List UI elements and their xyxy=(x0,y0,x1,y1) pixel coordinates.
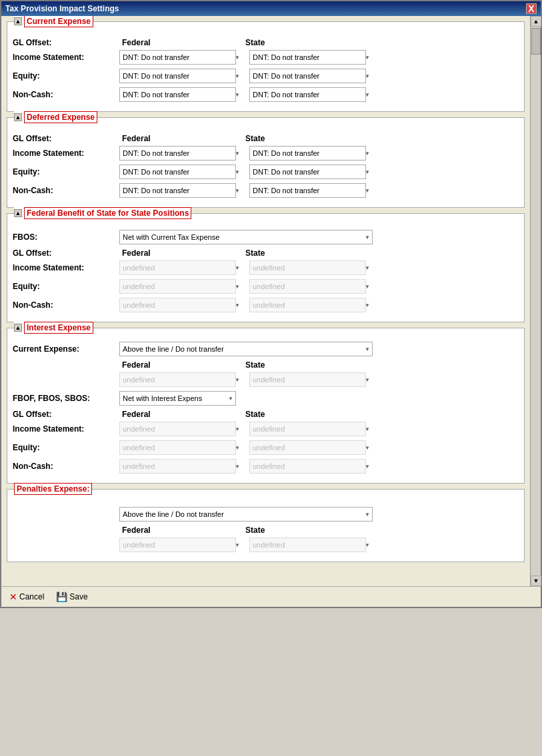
interest-expense-collapse[interactable]: ▲ xyxy=(14,324,22,332)
ie-federal-income-select[interactable]: undefined xyxy=(119,422,236,436)
title-bar: Tax Provision Impact Settings X xyxy=(1,1,541,16)
de-noncash-row: Non-Cash: DNT: Do not transfer DNT: Do n… xyxy=(13,183,519,198)
de-state-income-select[interactable]: DNT: Do not transfer xyxy=(249,146,366,161)
ie-gl-offset-label: GL Offset: xyxy=(13,410,119,419)
penalties-gl-header-row: Federal State xyxy=(13,526,519,535)
de-state-noncash-select[interactable]: DNT: Do not transfer xyxy=(249,183,366,198)
close-button[interactable]: X xyxy=(526,3,537,14)
window-title: Tax Provision Impact Settings xyxy=(5,4,119,13)
de-federal-equity-select[interactable]: DNT: Do not transfer xyxy=(119,165,236,179)
ce-state-header: State xyxy=(243,38,366,47)
ie-fbof-select[interactable]: Net with Interest Expens xyxy=(119,391,236,406)
fbos-federal-income-select[interactable]: undefined xyxy=(119,260,236,275)
penalties-federal-undef-wrapper: undefined xyxy=(119,538,243,552)
de-state-equity-select[interactable]: DNT: Do not transfer xyxy=(249,165,366,179)
ce-federal-equity-select[interactable]: DNT: Do not transfer xyxy=(119,69,236,83)
de-federal-income-select[interactable]: DNT: Do not transfer xyxy=(119,146,236,161)
scroll-down-btn[interactable]: ▼ xyxy=(531,575,541,586)
ce-state-equity-select[interactable]: DNT: Do not transfer xyxy=(249,69,366,83)
ie-federal-noncash-wrapper: undefined xyxy=(119,459,243,474)
ce-income-row: Income Statement: DNT: Do not transfer D… xyxy=(13,50,519,65)
fbos-collapse[interactable]: ▲ xyxy=(14,209,22,217)
penalties-undef-row: undefined undefined xyxy=(13,538,519,552)
penalties-state-undef-wrapper: undefined xyxy=(249,538,373,552)
de-federal-noncash-wrapper: DNT: Do not transfer xyxy=(119,183,243,198)
scroll-thumb[interactable] xyxy=(531,28,541,55)
scroll-track xyxy=(531,27,541,575)
ce-federal-noncash-wrapper: DNT: Do not transfer xyxy=(119,87,243,102)
de-gl-row: GL Offset: Federal State xyxy=(13,134,519,143)
current-expense-collapse[interactable]: ▲ xyxy=(14,17,22,25)
current-expense-gl-row: GL Offset: Federal State xyxy=(13,38,519,47)
ce-noncash-label: Non-Cash: xyxy=(13,90,119,99)
ie-current-expense-wrapper: Above the line / Do not transfer xyxy=(119,342,373,356)
de-noncash-label: Non-Cash: xyxy=(13,186,119,195)
fbos-federal-noncash-select[interactable]: undefined xyxy=(119,298,236,312)
scroll-up-btn[interactable]: ▲ xyxy=(531,16,541,27)
ie-current-expense-select[interactable]: Above the line / Do not transfer xyxy=(119,342,373,356)
de-federal-equity-wrapper: DNT: Do not transfer xyxy=(119,165,243,179)
ie-federal-undef-select[interactable]: undefined xyxy=(119,372,236,387)
ie-undef-row: undefined undefined xyxy=(13,372,519,387)
vertical-scrollbar[interactable]: ▲ ▼ xyxy=(530,16,541,586)
fbos-income-label: Income Statement: xyxy=(13,263,119,272)
ie-state-undef-select[interactable]: undefined xyxy=(249,372,366,387)
fbos-state-noncash-select[interactable]: undefined xyxy=(249,298,366,312)
ce-federal-header: Federal xyxy=(119,38,243,47)
main-window: Tax Provision Impact Settings X ▲ Curren… xyxy=(0,0,542,608)
footer: ✕ Cancel 💾 Save xyxy=(1,586,541,607)
fbos-value-row: FBOS: Net with Current Tax Expense xyxy=(13,230,519,244)
fbos-federal-noncash-wrapper: undefined xyxy=(119,298,243,312)
ie-state-equity-select[interactable]: undefined xyxy=(249,440,366,455)
ie-federal-equity-wrapper: undefined xyxy=(119,440,243,455)
fbos-income-row: Income Statement: undefined undefined xyxy=(13,260,519,275)
ie-gl-header-row: Federal State xyxy=(13,360,519,370)
fbos-title: Federal Benefit of State for State Posit… xyxy=(24,207,191,219)
ce-federal-noncash-select[interactable]: DNT: Do not transfer xyxy=(119,87,236,102)
ie-equity-label: Equity: xyxy=(13,443,119,452)
de-federal-noncash-select[interactable]: DNT: Do not transfer xyxy=(119,183,236,198)
ie-state-undef-wrapper: undefined xyxy=(249,372,373,387)
fbos-value-wrapper: Net with Current Tax Expense xyxy=(119,230,373,244)
ie-equity-row: Equity: undefined undefined xyxy=(13,440,519,455)
de-federal-header: Federal xyxy=(119,134,243,143)
fbos-state-equity-select[interactable]: undefined xyxy=(249,279,366,294)
fbos-label: FBOS: xyxy=(13,232,119,242)
ce-state-noncash-select[interactable]: DNT: Do not transfer xyxy=(249,87,366,102)
cancel-label: Cancel xyxy=(19,592,44,601)
ie-federal-income-wrapper: undefined xyxy=(119,422,243,436)
de-state-equity-wrapper: DNT: Do not transfer xyxy=(249,165,373,179)
deferred-expense-collapse[interactable]: ▲ xyxy=(14,113,22,121)
ce-federal-income-select[interactable]: DNT: Do not transfer xyxy=(119,50,236,65)
fbos-state-header: State xyxy=(243,248,366,258)
fbos-federal-equity-select[interactable]: undefined xyxy=(119,279,236,294)
fbos-value-select[interactable]: Net with Current Tax Expense xyxy=(119,230,373,244)
cancel-button[interactable]: ✕ Cancel xyxy=(7,590,47,603)
deferred-expense-title: Deferred Expense xyxy=(24,111,97,123)
ie-gl-federal-header: Federal xyxy=(119,410,243,419)
penalties-state-header: State xyxy=(243,526,366,535)
save-label: Save xyxy=(69,592,87,601)
penalties-header: Penalties Expense: xyxy=(14,483,92,495)
ce-income-label: Income Statement: xyxy=(13,53,119,62)
penalties-state-undef-select[interactable]: undefined xyxy=(249,538,366,552)
fbos-state-income-select[interactable]: undefined xyxy=(249,260,366,275)
ie-fbof-wrapper: Net with Interest Expens xyxy=(119,391,236,406)
ie-state-equity-wrapper: undefined xyxy=(249,440,373,455)
fbos-noncash-label: Non-Cash: xyxy=(13,300,119,310)
ie-federal-equity-select[interactable]: undefined xyxy=(119,440,236,455)
ce-state-income-select[interactable]: DNT: Do not transfer xyxy=(249,50,366,65)
ie-state-income-select[interactable]: undefined xyxy=(249,422,366,436)
penalties-federal-undef-select[interactable]: undefined xyxy=(119,538,236,552)
ie-state-noncash-select[interactable]: undefined xyxy=(249,459,366,474)
interest-expense-section: ▲ Interest Expense Current Expense: Abov… xyxy=(7,328,525,484)
ie-federal-noncash-select[interactable]: undefined xyxy=(119,459,236,474)
fbos-gl-row: GL Offset: Federal State xyxy=(13,248,519,258)
penalties-section: Penalties Expense: Above the line / Do n… xyxy=(7,489,525,562)
save-button[interactable]: 💾 Save xyxy=(53,590,90,603)
penalties-value-select[interactable]: Above the line / Do not transfer xyxy=(119,507,373,522)
penalties-title: Penalties Expense: xyxy=(14,483,92,495)
fbos-section: ▲ Federal Benefit of State for State Pos… xyxy=(7,213,525,322)
fbos-noncash-row: Non-Cash: undefined undefined xyxy=(13,298,519,312)
main-scroll-area[interactable]: ▲ Current Expense GL Offset: Federal Sta… xyxy=(1,16,530,586)
